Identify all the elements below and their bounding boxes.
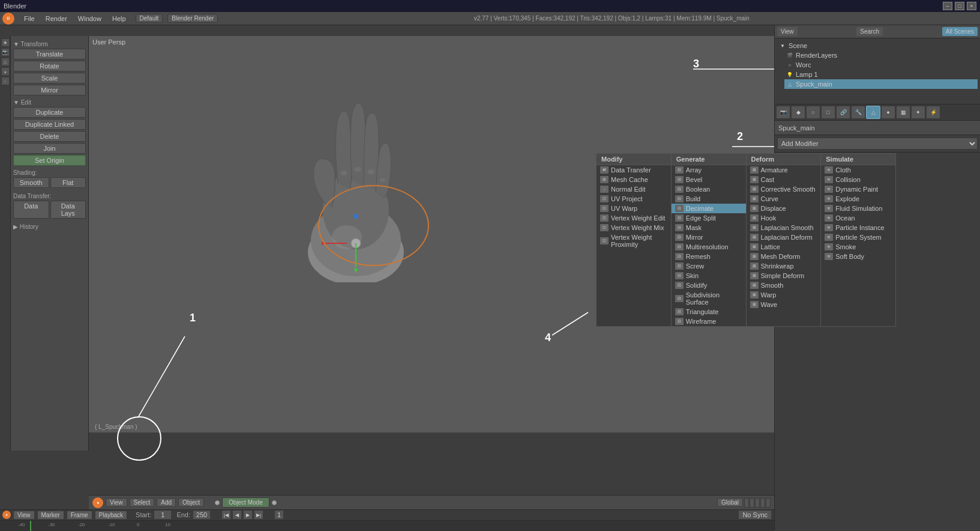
mod-uv-project[interactable]: ⊡ UV Project [597, 194, 671, 204]
mod-simple-deform[interactable]: ⊠ Simple Deform [747, 271, 821, 281]
prop-material-icon[interactable]: ● [881, 106, 895, 119]
select-menu[interactable]: Select [130, 498, 155, 507]
mod-cast[interactable]: ⊠ Cast [747, 175, 821, 184]
mod-smooth-deform[interactable]: ⊠ Smooth [747, 281, 821, 290]
scale-btn[interactable]: Scale [13, 73, 86, 83]
mod-subdivision-surface[interactable]: ⊟ Subdivision Surface [672, 290, 746, 307]
mod-vertex-weight-proximity[interactable]: ⊡ Vertex Weight Proximity [597, 232, 671, 249]
mode-selector[interactable]: Object Mode [222, 497, 269, 508]
translate-btn[interactable]: Translate [13, 49, 86, 59]
tree-render-layers[interactable]: 🎬 RenderLayers [784, 50, 978, 60]
view-menu[interactable]: View [106, 498, 127, 507]
mod-boolean[interactable]: ⊟ Boolean [672, 184, 746, 194]
tab-search[interactable]: Search [856, 27, 883, 36]
play-start-btn[interactable]: |◀ [221, 510, 231, 520]
global-btn[interactable]: Global [717, 498, 743, 507]
play-end-btn[interactable]: ▶| [254, 510, 263, 520]
vis-btn-1[interactable] [744, 498, 749, 508]
mod-particle-instance[interactable]: ≋ Particle Instance [821, 223, 895, 232]
mod-hook[interactable]: ⊠ Hook [747, 213, 821, 223]
mod-array[interactable]: ⊟ Array [672, 165, 746, 175]
rotate-btn[interactable]: Rotate [13, 61, 86, 71]
timeline-track[interactable]: -40 -30 -20 -10 0 10 [0, 521, 774, 531]
mod-mesh-cache[interactable]: ⊞ Mesh Cache [597, 175, 671, 184]
mod-dynamic-paint[interactable]: ≋ Dynamic Paint [821, 184, 895, 194]
prop-render-icon[interactable]: 📷 [776, 106, 790, 119]
mod-vertex-weight-edit[interactable]: ⊡ Vertex Weight Edit [597, 213, 671, 223]
menu-file[interactable]: File [19, 14, 40, 23]
prop-modifier-icon[interactable]: 🔧 [851, 106, 865, 119]
tree-spuck-main[interactable]: △ Spuck_main [784, 79, 978, 89]
mod-collision[interactable]: ≋ Collision [821, 175, 895, 184]
mod-decimate[interactable]: ⊟ Decimate [672, 204, 746, 213]
mod-screw[interactable]: ⊟ Screw [672, 261, 746, 271]
mod-remesh[interactable]: ⊟ Remesh [672, 252, 746, 261]
vis-btn-4[interactable] [760, 498, 765, 508]
timeline-playback[interactable]: Playback [95, 511, 128, 520]
timeline-marker[interactable]: Marker [37, 511, 64, 520]
data-btn[interactable]: Data [13, 201, 49, 219]
prop-physics-icon[interactable]: ⚡ [926, 106, 940, 119]
icon-world[interactable]: ○ [1, 77, 10, 85]
mod-data-transfer[interactable]: ⇄ Data Transfer [597, 165, 671, 175]
mod-displace[interactable]: ⊠ Displace [747, 204, 821, 213]
start-frame[interactable]: 1 [154, 510, 172, 520]
add-modifier-select[interactable]: Add Modifier [777, 138, 978, 150]
mod-warp[interactable]: ⊠ Warp [747, 290, 821, 300]
mod-ocean[interactable]: ≋ Ocean [821, 213, 895, 223]
mod-lattice[interactable]: ⊠ Lattice [747, 242, 821, 252]
mod-explode[interactable]: ≋ Explode [821, 194, 895, 204]
vis-btn-2[interactable] [750, 498, 754, 508]
mod-corrective-smooth[interactable]: ⊠ Corrective Smooth [747, 184, 821, 194]
tree-lamp[interactable]: 💡 Lamp 1 [784, 70, 978, 79]
vis-btn-3[interactable] [755, 498, 760, 508]
icon-render[interactable]: 📷 [1, 48, 10, 56]
mod-laplacian-smooth[interactable]: ⊠ Laplacian Smooth [747, 223, 821, 232]
mod-mirror[interactable]: ⊟ Mirror [672, 232, 746, 242]
add-menu[interactable]: Add [157, 498, 176, 507]
prop-data-icon[interactable]: △ [866, 106, 880, 119]
tab-view[interactable]: View [777, 27, 798, 36]
mod-vertex-weight-mix[interactable]: ⊡ Vertex Weight Mix [597, 223, 671, 232]
vis-btn-5[interactable] [766, 498, 771, 508]
mod-solidify[interactable]: ⊟ Solidify [672, 281, 746, 290]
menu-render[interactable]: Render [41, 14, 72, 23]
menu-help[interactable]: Help [107, 14, 131, 23]
smooth-btn[interactable]: Smooth [13, 177, 49, 188]
mod-shrinkwrap[interactable]: ⊠ Shrinkwrap [747, 261, 821, 271]
prop-scene-icon[interactable]: ◆ [791, 106, 805, 119]
duplicate-linked-btn[interactable]: Duplicate Linked [13, 119, 86, 130]
prop-texture-icon[interactable]: ▦ [896, 106, 910, 119]
prop-particles-icon[interactable]: ✦ [911, 106, 925, 119]
mod-normal-edit[interactable]: ↑ Normal Edit [597, 184, 671, 194]
mod-cloth[interactable]: ≋ Cloth [821, 165, 895, 175]
icon-mesh[interactable]: △ [1, 58, 10, 66]
flat-btn[interactable]: Flat [50, 177, 86, 188]
prop-constraints-icon[interactable]: 🔗 [836, 106, 850, 119]
sync-select[interactable]: No Sync [738, 510, 772, 520]
end-frame[interactable]: 250 [193, 510, 211, 520]
mod-soft-body[interactable]: ≋ Soft Body [821, 252, 895, 261]
mod-mesh-deform[interactable]: ⊠ Mesh Deform [747, 252, 821, 261]
menu-window[interactable]: Window [73, 14, 106, 23]
play-back-btn[interactable]: ◀ [232, 510, 242, 520]
play-fwd-btn[interactable]: ▶ [243, 510, 253, 520]
minimize-button[interactable]: – [943, 2, 952, 10]
mod-multiresolution[interactable]: ⊟ Multiresolution [672, 242, 746, 252]
data-layers-btn[interactable]: Data Lays [50, 201, 86, 219]
mod-smoke[interactable]: ≋ Smoke [821, 242, 895, 252]
mod-build[interactable]: ⊟ Build [672, 194, 746, 204]
mod-wave[interactable]: ⊠ Wave [747, 300, 821, 309]
mod-wireframe[interactable]: ⊟ Wireframe [672, 317, 746, 326]
layout-selector[interactable]: Default [136, 14, 163, 23]
mod-mask[interactable]: ⊟ Mask [672, 223, 746, 232]
renderer-selector[interactable]: Blender Render [167, 14, 218, 23]
timeline-view[interactable]: View [13, 511, 35, 520]
mod-laplacian-deform[interactable]: ⊠ Laplacian Deform [747, 232, 821, 242]
object-menu[interactable]: Object [178, 498, 204, 507]
tree-world[interactable]: ○ Worc [784, 60, 978, 70]
timeline-frame[interactable]: Frame [67, 511, 92, 520]
set-origin-btn[interactable]: Set Origin [13, 155, 86, 166]
mod-fluid-sim[interactable]: ≋ Fluid Simulation [821, 204, 895, 213]
mod-bevel[interactable]: ⊟ Bevel [672, 175, 746, 184]
